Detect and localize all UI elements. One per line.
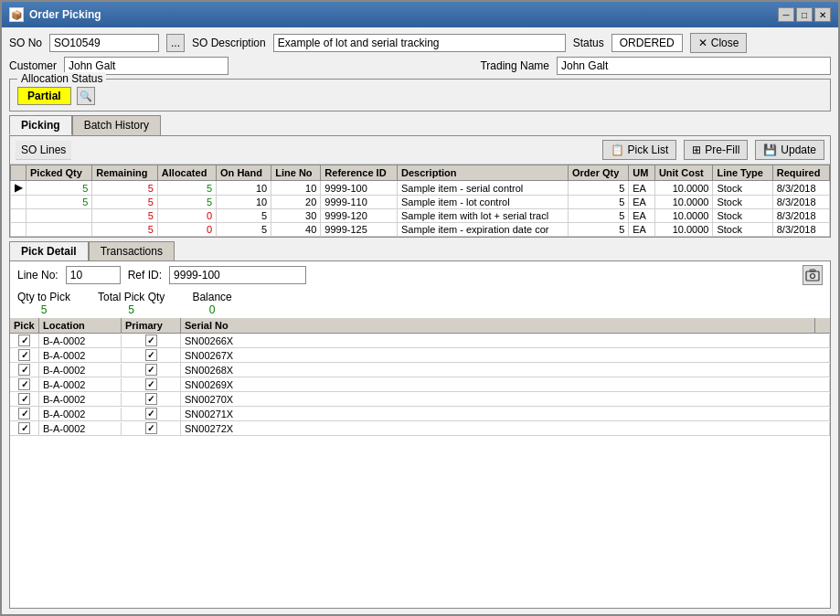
title-bar: 📦 Order Picking ─ □ ✕ [2,2,838,27]
cell-um: EA [629,209,655,223]
primary-checkbox[interactable]: ✓ [145,364,157,376]
window-close-button[interactable]: ✕ [814,7,831,22]
pick-list-item[interactable]: ✓ B-A-0002 ✓ SN00266X [10,334,830,348]
cell-allocated: 0 [157,209,216,223]
pick-cell-primary[interactable]: ✓ [122,392,181,406]
pick-cell-pick[interactable]: ✓ [10,407,39,420]
pick-cell-primary[interactable]: ✓ [122,363,181,377]
cell-um: EA [629,181,655,196]
table-row[interactable]: ▶ 5 5 5 10 10 9999-100 Sample item - ser… [11,181,830,196]
pick-col-primary: Primary [122,318,181,333]
pick-cell-serial: SN00267X [181,349,830,362]
cell-unit-cost: 10.0000 [654,196,713,209]
pick-list-scroll[interactable]: ✓ B-A-0002 ✓ SN00266X ✓ B-A-0002 ✓ SN002… [10,334,830,608]
total-pick-qty-value: 5 [128,303,134,316]
pick-cell-location: B-A-0002 [39,408,122,420]
pick-cell-pick[interactable]: ✓ [10,363,39,377]
row-arrow [11,196,27,209]
tab-picking[interactable]: Picking [9,115,72,135]
table-row[interactable]: 5 0 5 40 9999-125 Sample item - expirati… [11,223,830,237]
col-description: Description [398,165,569,181]
primary-checkbox[interactable]: ✓ [145,408,157,420]
cell-line-type: Stock [713,209,772,223]
col-picked-qty: Picked Qty [27,165,92,181]
pick-list-item[interactable]: ✓ B-A-0002 ✓ SN00267X [10,348,830,363]
pick-cell-serial: SN00268X [181,364,830,377]
primary-checkbox[interactable]: ✓ [145,393,157,405]
pick-checkbox[interactable]: ✓ [18,349,30,361]
pick-cell-primary[interactable]: ✓ [122,348,181,362]
pick-checkbox[interactable]: ✓ [18,422,30,434]
prefill-label: Pre-Fill [705,143,739,156]
pick-list-button[interactable]: 📋 Pick List [602,140,677,160]
prefill-button[interactable]: ⊞ Pre-Fill [684,140,748,160]
update-button[interactable]: 💾 Update [755,140,824,160]
so-description-input[interactable] [273,34,566,52]
pick-cell-pick[interactable]: ✓ [10,421,39,435]
ref-id-input[interactable] [169,266,306,284]
cell-required: 8/3/2018 [772,209,829,223]
pick-list-item[interactable]: ✓ B-A-0002 ✓ SN00270X [10,392,830,407]
window-title: Order Picking [29,8,101,21]
pick-list-item[interactable]: ✓ B-A-0002 ✓ SN00268X [10,363,830,377]
close-button[interactable]: ✕ Close [690,33,748,53]
pick-cell-pick[interactable]: ✓ [10,334,39,347]
trading-name-input[interactable] [557,57,831,75]
pick-cell-primary[interactable]: ✓ [122,334,181,347]
camera-button[interactable] [803,265,823,285]
svg-rect-0 [806,271,819,281]
col-on-hand: On Hand [217,165,271,181]
allocation-search-icon[interactable]: 🔍 [77,87,95,105]
table-row[interactable]: 5 0 5 30 9999-120 Sample item with lot +… [11,209,830,223]
cell-unit-cost: 10.0000 [654,223,713,237]
minimize-button[interactable]: ─ [778,7,794,22]
cell-ref-id: 9999-110 [321,196,398,209]
total-pick-qty-label: Total Pick Qty [98,291,165,303]
line-no-label: Line No: [17,269,58,281]
cell-description: Sample item with lot + serial tracl [398,209,569,223]
table-row[interactable]: 5 5 5 10 20 9999-110 Sample item - lot c… [11,196,830,209]
pick-cell-pick[interactable]: ✓ [10,392,39,406]
cell-line-no: 20 [271,196,321,209]
pick-checkbox[interactable]: ✓ [18,335,30,346]
primary-checkbox[interactable]: ✓ [145,349,157,361]
main-tabs: Picking Batch History [9,115,831,135]
so-browse-button[interactable]: ... [166,34,185,52]
pick-list-item[interactable]: ✓ B-A-0002 ✓ SN00269X [10,377,830,392]
pick-detail-content: Line No: Ref ID: [9,260,831,609]
pick-cell-pick[interactable]: ✓ [10,377,39,391]
pick-checkbox[interactable]: ✓ [18,393,30,405]
so-input[interactable] [49,34,159,52]
cell-um: EA [629,196,655,209]
pick-list-item[interactable]: ✓ B-A-0002 ✓ SN00272X [10,421,830,436]
pick-list-item[interactable]: ✓ B-A-0002 ✓ SN00271X [10,407,830,421]
primary-checkbox[interactable]: ✓ [145,422,157,434]
cell-required: 8/3/2018 [772,196,829,209]
svg-point-1 [811,274,815,279]
pick-cell-primary[interactable]: ✓ [122,377,181,391]
cell-order-qty: 5 [569,181,629,196]
pick-cell-primary[interactable]: ✓ [122,421,181,435]
cell-order-qty: 5 [569,209,629,223]
primary-checkbox[interactable]: ✓ [145,335,157,346]
customer-label: Customer [9,59,57,72]
pick-cell-primary[interactable]: ✓ [122,407,181,420]
tab-batch-history[interactable]: Batch History [72,115,161,135]
cell-on-hand: 10 [217,181,271,196]
row-arrow [11,209,27,223]
pick-checkbox[interactable]: ✓ [18,364,30,376]
pick-checkbox[interactable]: ✓ [18,408,30,420]
tab-pick-detail[interactable]: Pick Detail [9,241,89,260]
ref-id-label: Ref ID: [128,269,162,281]
close-label: Close [711,37,739,49]
pick-cell-pick[interactable]: ✓ [10,348,39,362]
cell-description: Sample item - expiration date cor [398,223,569,237]
maximize-button[interactable]: □ [796,7,813,22]
primary-checkbox[interactable]: ✓ [145,378,157,390]
cell-line-type: Stock [713,196,772,209]
line-no-input[interactable] [66,266,121,284]
tab-transactions[interactable]: Transactions [89,241,175,260]
cell-line-no: 40 [271,223,321,237]
pick-checkbox[interactable]: ✓ [18,378,30,390]
cell-on-hand: 5 [217,223,271,237]
